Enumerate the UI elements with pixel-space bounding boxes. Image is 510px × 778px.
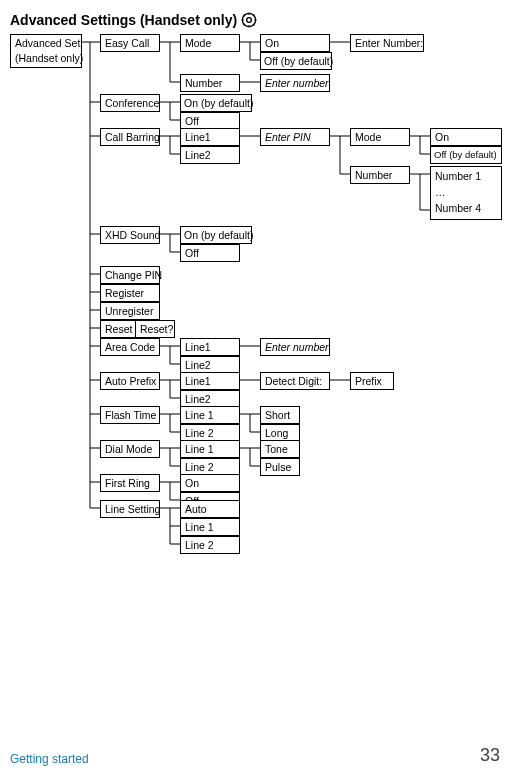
- numlist-dots: …: [435, 184, 497, 200]
- node-first-ring: First Ring: [100, 474, 160, 492]
- node-pulse: Pulse: [260, 458, 300, 476]
- root-line2: (Handset only): [15, 51, 77, 66]
- node-mode-1: Mode: [180, 34, 240, 52]
- title-text: Advanced Settings (Handset only): [10, 12, 237, 28]
- svg-line-8: [244, 24, 245, 25]
- node-line1-b: Line1: [180, 338, 240, 356]
- node-line1-d: Line 1: [180, 406, 240, 424]
- node-line1-c: Line1: [180, 372, 240, 390]
- node-mode-2: Mode: [350, 128, 410, 146]
- node-root: Advanced Set (Handset only): [10, 34, 82, 68]
- svg-point-1: [247, 18, 252, 23]
- svg-line-6: [244, 15, 245, 16]
- node-number-list: Number 1 … Number 4: [430, 166, 502, 220]
- node-reset-q: Reset?: [135, 320, 175, 338]
- gear-icon: [241, 12, 257, 28]
- node-line1-f: Line 1: [180, 518, 240, 536]
- node-number-2: Number: [350, 166, 410, 184]
- node-prefix: Prefix: [350, 372, 394, 390]
- node-on-default-1: On (by default): [180, 94, 252, 112]
- root-line1: Advanced Set: [15, 36, 77, 51]
- svg-line-9: [253, 15, 254, 16]
- footer-page: 33: [480, 745, 500, 766]
- node-off-default-1: Off (by default): [260, 52, 332, 70]
- node-enter-number-italic-1: Enter number: [260, 74, 330, 92]
- footer: Getting started 33: [10, 745, 500, 766]
- numlist-1: Number 1: [435, 168, 497, 184]
- node-short: Short: [260, 406, 300, 424]
- node-number-1: Number: [180, 74, 240, 92]
- numlist-4: Number 4: [435, 200, 497, 216]
- node-xhd: XHD Sound: [100, 226, 160, 244]
- node-line-setting: Line Setting: [100, 500, 160, 518]
- node-call-barring: Call Barring: [100, 128, 160, 146]
- node-on-default-2: On (by default): [180, 226, 252, 244]
- svg-line-7: [253, 24, 254, 25]
- node-line2-f: Line 2: [180, 536, 240, 554]
- tree-diagram: Advanced Set (Handset only) Easy Call Co…: [10, 34, 500, 544]
- page-title: Advanced Settings (Handset only): [10, 12, 500, 28]
- node-area-code: Area Code: [100, 338, 160, 356]
- node-line2-a: Line2: [180, 146, 240, 164]
- node-auto: Auto: [180, 500, 240, 518]
- node-tone: Tone: [260, 440, 300, 458]
- node-flash-time: Flash Time: [100, 406, 160, 424]
- node-detect-digit: Detect Digit:: [260, 372, 330, 390]
- node-on-3: On: [180, 474, 240, 492]
- node-enter-number-italic-2: Enter number: [260, 338, 330, 356]
- node-register: Register: [100, 284, 160, 302]
- node-dial-mode: Dial Mode: [100, 440, 160, 458]
- node-on-2: On: [430, 128, 502, 146]
- node-change-pin: Change PIN: [100, 266, 160, 284]
- node-off-default-2: Off (by default): [430, 146, 502, 164]
- node-unregister: Unregister: [100, 302, 160, 320]
- node-line1-a: Line1: [180, 128, 240, 146]
- node-line1-e: Line 1: [180, 440, 240, 458]
- node-easy-call: Easy Call: [100, 34, 160, 52]
- node-enter-number-1: Enter Number:: [350, 34, 424, 52]
- node-conference: Conference: [100, 94, 160, 112]
- node-off-2: Off: [180, 244, 240, 262]
- footer-section: Getting started: [10, 752, 89, 766]
- node-enter-pin: Enter PIN: [260, 128, 330, 146]
- node-on-1: On: [260, 34, 330, 52]
- node-auto-prefix: Auto Prefix: [100, 372, 160, 390]
